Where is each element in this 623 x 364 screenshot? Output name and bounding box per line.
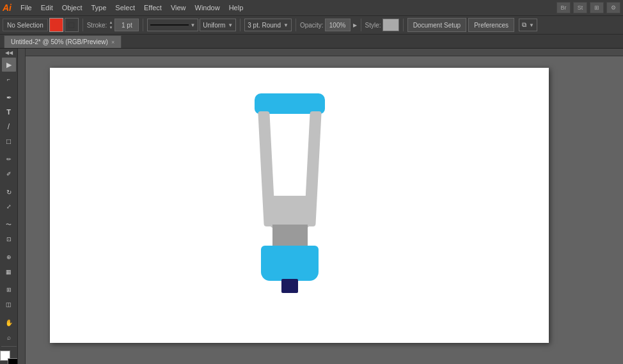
- artboard-tool-btn[interactable]: ⊞: [2, 283, 16, 297]
- tool-row-6: □: [2, 134, 16, 148]
- pen-tool-btn[interactable]: ✒: [2, 90, 16, 104]
- stroke-type-select[interactable]: Uniform ▼: [200, 19, 236, 31]
- separator-2: [143, 19, 143, 31]
- slice-tool-btn[interactable]: ◫: [2, 297, 16, 312]
- stroke-stepper[interactable]: ▲ ▼: [109, 20, 113, 30]
- tool-row-16: ◫: [2, 297, 16, 312]
- tool-row-14: ▦: [2, 265, 16, 279]
- canvas-area: [18, 49, 623, 364]
- tool-row-4: T: [2, 105, 16, 119]
- zoom-tool-btn[interactable]: ⌕: [2, 330, 16, 344]
- line-tool-btn[interactable]: /: [2, 120, 16, 134]
- tool-row-2: ⌐: [2, 72, 16, 86]
- stroke-color-box[interactable]: □: [65, 18, 79, 32]
- tool-row-8: ✐: [2, 167, 16, 181]
- menu-select[interactable]: Select: [111, 3, 139, 13]
- menu-edit[interactable]: Edit: [37, 3, 57, 13]
- bridge-icon[interactable]: Br: [556, 2, 571, 13]
- tool-row-11: 〜: [2, 218, 16, 232]
- separator-6: [403, 19, 404, 31]
- rectangle-tool-btn[interactable]: □: [2, 134, 16, 148]
- warp-tool-btn[interactable]: 〜: [2, 218, 16, 232]
- style-label: Style:: [365, 22, 381, 29]
- stroke-shape-select[interactable]: 3 pt. Round ▼: [244, 19, 292, 31]
- selection-tool-btn[interactable]: ▶: [2, 58, 16, 72]
- preferences-button[interactable]: Preferences: [468, 18, 514, 32]
- tool-separator-8: [1, 346, 17, 347]
- stroke-shape-group: 3 pt. Round ▼: [244, 19, 292, 31]
- toolbox-collapse[interactable]: ◀◀: [5, 50, 13, 56]
- color-indicators: [0, 351, 18, 364]
- menu-help[interactable]: Help: [225, 3, 248, 13]
- crutch-middle: [271, 196, 309, 228]
- app-logo: Ai: [3, 3, 12, 13]
- menubar-right: Br St ⊞ ⚙: [556, 2, 620, 13]
- tool-row-5: /: [2, 120, 16, 134]
- tool-row-15: ⊞: [2, 283, 16, 297]
- tool-row-9: ↻: [2, 185, 16, 199]
- tab-bar: Untitled-2* @ 50% (RGB/Preview) ×: [0, 35, 623, 49]
- tool-row-7: ✏: [2, 152, 16, 166]
- tool-row-17: ✋: [2, 315, 16, 329]
- search-icon[interactable]: ⚙: [606, 2, 620, 13]
- document-tab[interactable]: Untitled-2* @ 50% (RGB/Preview) ×: [4, 35, 122, 48]
- menu-effect[interactable]: Effect: [140, 3, 166, 13]
- menu-view[interactable]: View: [167, 3, 190, 13]
- crutch-illustration: [248, 93, 331, 336]
- opacity-input[interactable]: [325, 19, 351, 31]
- column-graph-btn[interactable]: ▦: [2, 265, 16, 279]
- pencil-tool-btn[interactable]: ✐: [2, 167, 16, 181]
- separator-4: [296, 19, 296, 31]
- tool-row-10: ⤢: [2, 200, 16, 214]
- menu-bar: Ai File Edit Object Type Select Effect V…: [0, 0, 623, 15]
- symbol-sprayer-btn[interactable]: ⊕: [2, 250, 16, 264]
- stroke-group: Stroke: ▲ ▼: [87, 19, 139, 31]
- stroke-value-input[interactable]: [114, 19, 139, 31]
- paintbrush-tool-btn[interactable]: ✏: [2, 152, 16, 166]
- arrange-select[interactable]: ⧉ ▼: [519, 19, 537, 31]
- workspace-icon[interactable]: ⊞: [590, 2, 604, 13]
- stroke-label: Stroke:: [87, 22, 107, 29]
- type-tool-btn[interactable]: T: [2, 105, 16, 119]
- menu-window[interactable]: Window: [191, 3, 224, 13]
- style-group: Style: ▼: [365, 19, 399, 31]
- stock-icon[interactable]: St: [573, 2, 587, 13]
- stroke-color-inner: □: [68, 20, 74, 30]
- hand-tool-btn[interactable]: ✋: [2, 315, 16, 329]
- toolbar: No Selection □ Stroke: ▲ ▼ ▼ Uniform ▼ 3…: [0, 15, 623, 35]
- tool-row-18: ⌕: [2, 330, 16, 344]
- stroke-type-chevron: ▼: [228, 22, 233, 28]
- crutch-cup: [261, 246, 319, 281]
- style-chevron: ▼: [387, 22, 392, 28]
- tool-row-12: ⊡: [2, 232, 16, 246]
- tab-close-button[interactable]: ×: [111, 39, 114, 45]
- tool-row-3: ✒: [2, 90, 16, 104]
- scale-tool-btn[interactable]: ⤢: [2, 200, 16, 214]
- ruler-left: [18, 49, 26, 364]
- document-setup-button[interactable]: Document Setup: [407, 18, 467, 32]
- stroke-chevron: ▼: [190, 22, 195, 28]
- menu-file[interactable]: File: [17, 3, 36, 13]
- separator-1: [83, 19, 83, 31]
- opacity-chevron: ▶: [353, 22, 357, 28]
- tool-row-13: ⊕: [2, 250, 16, 264]
- opacity-group: Opacity: ▶: [300, 19, 357, 31]
- tool-row-1: ▶: [2, 58, 16, 72]
- fill-color-box[interactable]: [49, 18, 63, 32]
- main-area: ◀◀ ▶ ⌐ ✒ T / □ ✏ ✐ ↻ ⤢: [0, 49, 623, 364]
- style-select[interactable]: ▼: [382, 19, 399, 31]
- stroke-line-selector[interactable]: ▼: [147, 19, 198, 31]
- free-transform-btn[interactable]: ⊡: [2, 232, 16, 246]
- lasso-tool-btn[interactable]: ⌐: [2, 72, 16, 86]
- selection-group: No Selection □: [3, 18, 79, 32]
- stroke-shape-chevron: ▼: [283, 22, 288, 28]
- toolbox-bottom: ▣ ◻ ⬛: [0, 345, 18, 364]
- menu-type[interactable]: Type: [88, 3, 111, 13]
- menu-object[interactable]: Object: [58, 3, 86, 13]
- crutch-tip: [281, 279, 298, 293]
- rotate-tool-btn[interactable]: ↻: [2, 185, 16, 199]
- stroke-line-preview: [150, 24, 189, 26]
- ruler-top: [18, 49, 623, 56]
- stroke-indicator[interactable]: [8, 358, 18, 364]
- stroke-shape-label: 3 pt. Round: [248, 22, 281, 29]
